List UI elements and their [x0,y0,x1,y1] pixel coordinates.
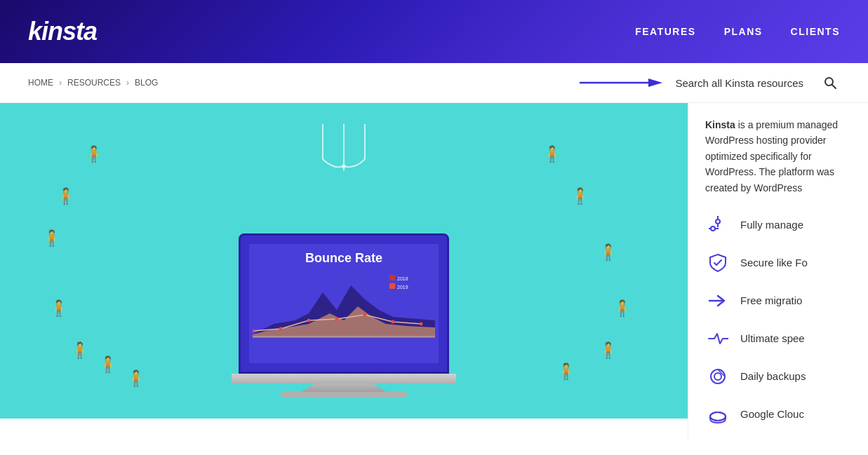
figure-2: 🧍 [56,187,75,205]
sidebar-description: Kinsta is a premium managed WordPress ho… [705,117,851,196]
svg-point-17 [392,320,395,324]
laptop-screen: Bounce Rate 2018 2019 [239,233,449,374]
kinsta-brand-name: Kinsta [705,119,735,130]
figure-7: 🧍 [126,369,145,388]
arrow-down-group [309,124,379,173]
main-layout: 🧍 🧍 🧍 🧍 🧍 🧍 🧍 🧍 🧍 🧍 🧍 🧍 🧍 Bounce Rate 20… [0,103,868,441]
svg-point-14 [307,319,311,322]
speed-icon [705,326,730,351]
svg-point-29 [710,412,726,421]
breadcrumb-sep-1: › [59,78,62,88]
breadcrumb-resources[interactable]: RESOURCES [67,78,121,88]
chart-svg: 2018 2019 [253,271,435,341]
cloud-icon [705,402,730,427]
figure-8: 🧍 [542,145,561,163]
feature-google-cloud: Google Clouc [705,402,851,427]
breadcrumb-home[interactable]: HOME [28,78,53,88]
svg-text:2018: 2018 [397,276,408,281]
nav-plans[interactable]: PLANS [724,26,763,37]
search-button[interactable] [820,73,840,93]
svg-rect-10 [389,283,395,289]
feature-google-cloud-text: Google Clouc [740,408,804,420]
svg-rect-8 [389,275,395,280]
search-arrow [580,74,664,91]
figure-3: 🧍 [42,229,61,247]
figure-4: 🧍 [49,299,68,318]
shield-icon [705,250,730,276]
backup-icon [705,364,730,389]
figure-12: 🧍 [599,341,617,360]
svg-point-13 [279,327,283,331]
nav: FEATURES PLANS CLIENTS [635,26,840,37]
feature-backup-text: Daily backups [740,370,806,382]
laptop-foot [281,392,407,398]
svg-point-12 [253,330,255,333]
logo[interactable]: kinsta [28,17,97,46]
breadcrumb-sep-2: › [126,78,129,88]
bounce-rate-title: Bounce Rate [305,251,382,266]
figure-6: 🧍 [98,355,117,374]
feature-migration: Free migratio [705,288,851,313]
feature-speed-text: Ultimate spee [740,332,805,344]
figure-11: 🧍 [613,299,632,318]
figure-10: 🧍 [599,243,617,262]
feature-backup: Daily backups [705,364,851,389]
search-label: Search all Kinsta resources [675,77,803,89]
svg-marker-7 [342,165,346,172]
svg-point-15 [335,318,339,321]
figure-1: 🧍 [84,145,103,163]
nav-features[interactable]: FEATURES [635,26,695,37]
search-area: Search all Kinsta resources [580,73,840,93]
laptop-screen-inner: Bounce Rate 2018 2019 [249,244,439,363]
laptop: Bounce Rate 2018 2019 [232,233,456,398]
svg-point-18 [420,322,423,326]
nav-clients[interactable]: CLIENTS [791,26,840,37]
svg-point-26 [711,369,725,383]
breadcrumb-bar: HOME › RESOURCES › BLOG Search all Kinst… [0,63,868,103]
laptop-base [232,374,456,383]
settings-icon [705,212,730,238]
feature-secure-text: Secure like Fo [740,257,808,269]
svg-line-3 [832,85,836,88]
svg-point-16 [363,313,367,317]
svg-text:2019: 2019 [397,285,408,290]
svg-marker-1 [648,79,662,87]
feature-speed: Ultimate spee [705,326,851,351]
figure-5: 🧍 [70,341,89,360]
figure-9: 🧍 [570,187,589,205]
laptop-stand [302,383,386,392]
svg-point-27 [714,373,721,380]
hero-image: 🧍 🧍 🧍 🧍 🧍 🧍 🧍 🧍 🧍 🧍 🧍 🧍 🧍 Bounce Rate 20… [0,103,688,419]
breadcrumb-blog[interactable]: BLOG [135,78,158,88]
feature-fully-managed-text: Fully manage [740,219,803,231]
header: kinsta FEATURES PLANS CLIENTS [0,0,868,63]
svg-point-20 [716,219,720,224]
feature-fully-managed: Fully manage [705,212,851,238]
feature-migration-text: Free migratio [740,294,802,306]
feature-secure: Secure like Fo [705,250,851,276]
breadcrumb: HOME › RESOURCES › BLOG [28,78,158,88]
svg-point-23 [711,226,715,231]
sidebar: Kinsta is a premium managed WordPress ho… [688,103,868,441]
feature-list: Fully manage Secure like Fo [705,212,851,427]
figure-13: 🧍 [556,362,575,381]
migration-icon [705,288,730,313]
